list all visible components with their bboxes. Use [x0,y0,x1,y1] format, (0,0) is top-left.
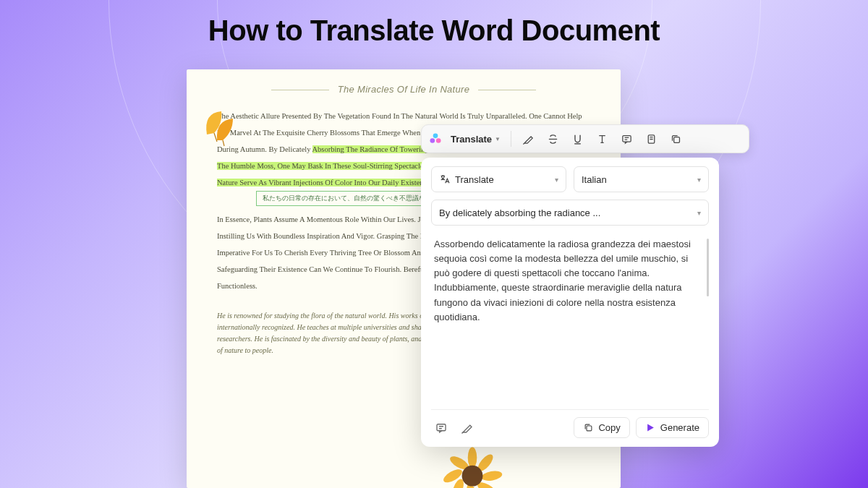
language-select-label: Italian [582,174,607,185]
floating-toolbar: Translate ▼ [421,124,749,153]
copy-icon[interactable] [665,128,686,150]
source-text-select[interactable]: By delicately absorbing the radiance ... [431,200,709,226]
svg-rect-17 [437,424,446,430]
generate-button[interactable]: Generate [636,417,709,438]
chevron-down-icon: ▼ [495,136,501,142]
generate-button-label: Generate [660,422,699,433]
translate-icon [439,174,451,185]
language-select[interactable]: Italian [574,166,709,192]
sunflower-icon [440,445,505,488]
panel-footer: Copy Generate [431,409,709,438]
svg-point-4 [481,469,503,481]
svg-rect-18 [587,426,592,431]
source-text-preview: By delicately absorbing the radiance ... [439,207,600,218]
svg-point-2 [468,448,477,468]
link-icon[interactable] [640,128,662,150]
copy-icon [583,422,594,433]
app-logo-icon [427,131,443,147]
insert-comment-icon[interactable] [431,418,451,438]
document-title: The Miracles Of Life In Nature [217,84,590,95]
play-icon [645,422,656,433]
action-select[interactable]: Translate [431,166,566,192]
text-format-icon[interactable] [591,128,613,150]
translate-dropdown-button[interactable]: Translate ▼ [446,131,505,147]
translate-panel: Translate Italian By delicately absorbin… [421,158,719,447]
translation-output: Assorbendo delicatamente la radiosa gran… [431,236,709,403]
svg-point-10 [462,466,483,487]
highlighter-icon[interactable] [457,418,477,438]
svg-point-11 [433,134,438,139]
svg-point-13 [436,138,441,143]
underline-icon[interactable] [566,128,588,150]
strikethrough-icon[interactable] [542,128,563,150]
highlighter-icon[interactable] [517,128,539,150]
page-title: How to Translate Word Document [0,14,868,47]
copy-button[interactable]: Copy [574,417,629,438]
comment-icon[interactable] [616,128,637,150]
svg-rect-14 [622,135,630,142]
copy-button-label: Copy [598,422,620,433]
svg-point-12 [430,138,435,143]
scrollbar[interactable] [707,239,709,296]
action-select-label: Translate [455,174,494,185]
ginkgo-leaf-icon [200,106,243,149]
svg-rect-16 [673,137,679,142]
translate-label: Translate [451,134,492,145]
